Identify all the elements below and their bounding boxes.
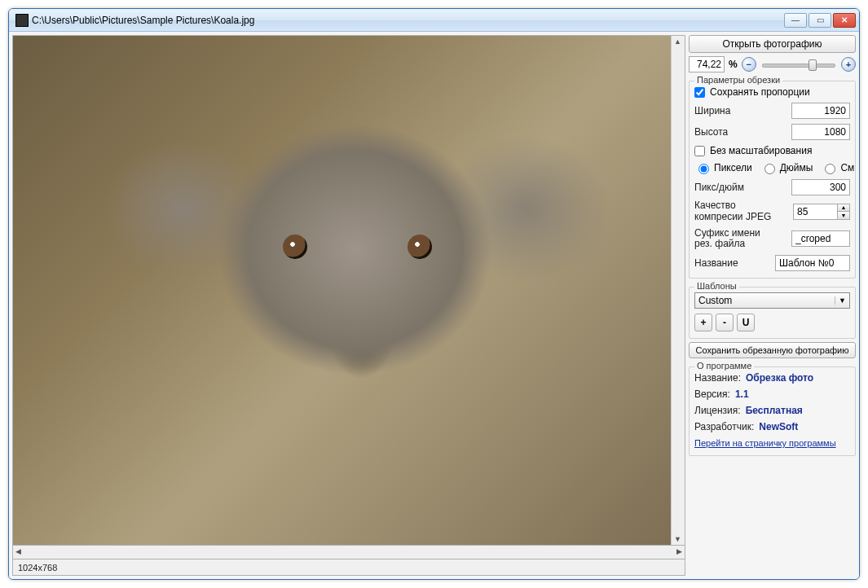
- titlebar[interactable]: C:\Users\Public\Pictures\Sample Pictures…: [9, 9, 859, 32]
- chevron-down-icon: ▼: [835, 296, 846, 305]
- zoom-out-button[interactable]: −: [742, 57, 756, 72]
- vertical-scrollbar[interactable]: [671, 36, 685, 545]
- template-name-field[interactable]: [775, 255, 850, 271]
- statusbar: 1024x768: [12, 559, 685, 576]
- spin-up-icon[interactable]: ▲: [838, 204, 849, 212]
- jpeg-quality-field[interactable]: [793, 204, 837, 220]
- width-field[interactable]: [791, 103, 850, 119]
- zoom-value-field[interactable]: 74,22: [689, 56, 725, 72]
- template-add-button[interactable]: +: [694, 314, 712, 331]
- percent-label: %: [727, 59, 739, 70]
- suffix-field[interactable]: [791, 230, 850, 247]
- crop-group: Параметры обрезки Сохранять пропорции Ши…: [689, 81, 856, 279]
- maximize-button[interactable]: ▭: [809, 13, 831, 28]
- spin-down-icon[interactable]: ▼: [838, 212, 849, 219]
- ppi-field[interactable]: [791, 179, 850, 195]
- ppi-label: Пикс/дюйм: [694, 182, 744, 193]
- templates-group: Шаблоны Custom ▼ + - U: [689, 287, 856, 339]
- save-cropped-button[interactable]: Сохранить обрезанную фотографию: [689, 342, 856, 358]
- keep-ratio-input[interactable]: [694, 87, 705, 98]
- keep-ratio-label: Сохранять пропорции: [710, 86, 810, 98]
- templates-selected: Custom: [698, 295, 732, 306]
- template-name-label: Название: [694, 257, 738, 269]
- open-photo-button[interactable]: Открыть фотографию: [689, 35, 856, 53]
- app-icon: [15, 14, 29, 27]
- about-dev-label: Разработчик:: [694, 421, 754, 432]
- unit-pixels-radio[interactable]: Пиксели: [694, 161, 752, 174]
- image-viewport[interactable]: [12, 35, 685, 546]
- zoom-slider[interactable]: [759, 57, 839, 72]
- no-scaling-checkbox[interactable]: Без масштабирования: [694, 145, 850, 156]
- template-remove-button[interactable]: -: [716, 314, 734, 331]
- about-version-label: Версия:: [694, 388, 730, 400]
- about-legend: О программе: [694, 361, 754, 371]
- unit-cm-radio[interactable]: См: [821, 161, 854, 174]
- photo-content: [283, 235, 307, 259]
- app-window: C:\Users\Public\Pictures\Sample Pictures…: [8, 8, 860, 580]
- no-scaling-label: Без масштабирования: [710, 145, 812, 156]
- photo-content: [408, 235, 432, 259]
- client-area: 1024x768 Открыть фотографию 74,22 % − + …: [9, 32, 859, 579]
- about-license-value: Бесплатная: [746, 405, 803, 416]
- horizontal-scrollbar[interactable]: [12, 546, 685, 559]
- status-dimensions: 1024x768: [18, 563, 57, 573]
- photo-content: [13, 36, 671, 545]
- unit-inches-radio[interactable]: Дюймы: [760, 161, 813, 174]
- jpeg-quality-label: Качество компресии JPEG: [694, 200, 780, 223]
- zoom-slider-thumb[interactable]: [809, 59, 817, 71]
- jpeg-quality-spinner[interactable]: ▲ ▼: [793, 204, 850, 220]
- width-label: Ширина: [694, 105, 730, 116]
- height-field[interactable]: [791, 124, 850, 140]
- unit-radio-group: Пиксели Дюймы См: [694, 161, 850, 174]
- templates-legend: Шаблоны: [694, 281, 739, 291]
- about-name-value: Обрезка фото: [746, 372, 813, 384]
- window-title: C:\Users\Public\Pictures\Sample Pictures…: [32, 15, 784, 26]
- image-pane: 1024x768: [12, 35, 685, 576]
- image-canvas[interactable]: [13, 36, 671, 545]
- height-label: Высота: [694, 126, 728, 138]
- keep-ratio-checkbox[interactable]: Сохранять пропорции: [694, 86, 850, 98]
- side-panel: Открыть фотографию 74,22 % − + Параметры…: [689, 35, 856, 576]
- about-name-label: Название:: [694, 372, 741, 384]
- about-dev-value: NewSoft: [759, 421, 798, 432]
- zoom-in-button[interactable]: +: [841, 57, 856, 72]
- zoom-controls: 74,22 % − +: [689, 56, 856, 72]
- templates-combo[interactable]: Custom ▼: [694, 292, 850, 309]
- minimize-button[interactable]: —: [784, 13, 807, 28]
- close-button[interactable]: ✕: [833, 13, 856, 28]
- about-version-value: 1.1: [735, 388, 749, 400]
- crop-legend: Параметры обрезки: [694, 75, 782, 85]
- suffix-label: Суфикс имени рез. файла: [694, 228, 780, 251]
- template-update-button[interactable]: U: [737, 314, 755, 331]
- about-group: О программе Название:Обрезка фото Версия…: [689, 366, 856, 456]
- no-scaling-input[interactable]: [694, 146, 705, 156]
- about-license-label: Лицензия:: [694, 405, 741, 416]
- about-homepage-link[interactable]: Перейти на страничку программы: [694, 437, 850, 449]
